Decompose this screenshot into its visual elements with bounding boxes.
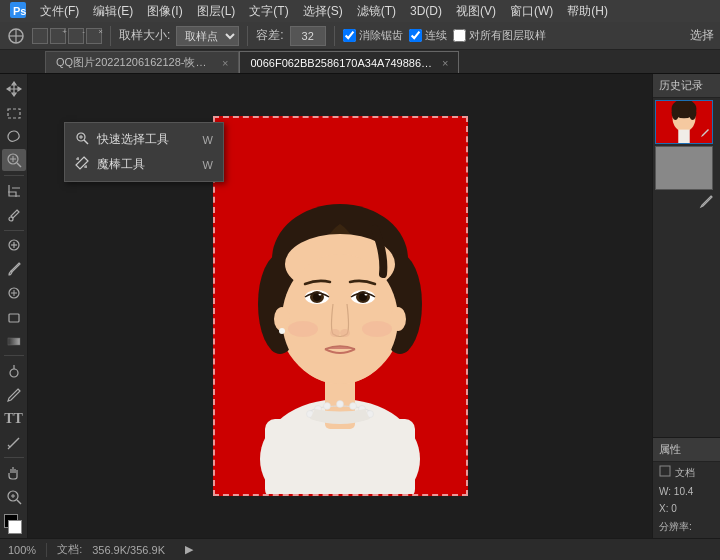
tool-rect-select[interactable] — [2, 102, 26, 124]
svg-point-51 — [340, 329, 350, 337]
menu-3d[interactable]: 3D(D) — [404, 2, 448, 20]
doc-label: 文档: — [57, 542, 82, 557]
menu-help[interactable]: 帮助(H) — [561, 1, 614, 22]
tool-lasso[interactable] — [2, 126, 26, 148]
dropdown-quick-select[interactable]: 快速选择工具 W — [65, 127, 223, 152]
tab-0-close[interactable]: × — [222, 57, 228, 69]
tool-sep-3 — [4, 355, 24, 356]
magic-wand-shortcut: W — [203, 159, 213, 171]
svg-rect-5 — [8, 109, 20, 118]
tool-gradient[interactable] — [2, 330, 26, 352]
status-bar: 100% 文档: 356.9K/356.9K ▶ — [0, 538, 720, 560]
menu-bar: Ps 文件(F) 编辑(E) 图像(I) 图层(L) 文字(T) 选择(S) 滤… — [0, 0, 720, 22]
all-layers-checkbox[interactable] — [453, 29, 466, 42]
history-panel: 历史记录 — [653, 74, 720, 438]
history-item-1[interactable] — [655, 146, 713, 190]
attr-doc: 文档 — [653, 462, 720, 483]
options-tool-icon — [6, 26, 26, 46]
tool-quick-select[interactable] — [2, 149, 26, 171]
canvas-area[interactable]: 快速选择工具 W 魔棒工具 W — [28, 74, 652, 538]
magic-wand-icon — [75, 156, 89, 173]
menu-window[interactable]: 窗口(W) — [504, 1, 559, 22]
svg-point-19 — [10, 369, 18, 377]
tool-brush[interactable] — [2, 258, 26, 280]
quick-select-icon — [75, 131, 89, 148]
svg-rect-17 — [9, 314, 19, 322]
tool-crop[interactable] — [2, 180, 26, 202]
main-area: T T — [0, 74, 720, 538]
magic-wand-label: 魔棒工具 — [97, 156, 145, 173]
menu-file[interactable]: 文件(F) — [34, 1, 85, 22]
menu-view[interactable]: 视图(V) — [450, 1, 502, 22]
tab-1-close[interactable]: × — [442, 57, 448, 69]
sample-size-label: 取样大小: — [119, 27, 170, 44]
portrait-svg — [225, 119, 455, 494]
tool-path-select[interactable] — [2, 432, 26, 454]
left-toolbar: T T — [0, 74, 28, 538]
svg-rect-70 — [660, 466, 670, 476]
svg-point-31 — [324, 403, 331, 410]
svg-point-55 — [288, 321, 318, 337]
new-sel-icon[interactable] — [32, 28, 48, 44]
svg-rect-18 — [8, 338, 20, 345]
tool-text[interactable]: T T — [2, 408, 26, 430]
tool-sep-1 — [4, 175, 24, 176]
tolerance-input[interactable] — [290, 26, 326, 46]
arrow-icon[interactable]: ▶ — [185, 543, 193, 556]
tool-move[interactable] — [2, 78, 26, 100]
attr-res: 分辨率: — [653, 517, 720, 537]
tool-zoom[interactable] — [2, 486, 26, 508]
anti-alias-checkbox[interactable] — [343, 29, 356, 42]
tolerance-label: 容差: — [256, 27, 283, 44]
history-tool-row — [655, 192, 718, 212]
attrs-panel: 属性 文档 W: 10.4 X: 0 分辨率: — [653, 438, 720, 538]
dropdown-magic-wand[interactable]: 魔棒工具 W — [65, 152, 223, 177]
svg-rect-69 — [678, 130, 689, 143]
svg-point-54 — [279, 328, 285, 334]
sample-size-select[interactable]: 取样点 — [176, 26, 239, 46]
anti-alias-checkbox-label[interactable]: 消除锯齿 — [343, 28, 403, 43]
tool-sep-4 — [4, 457, 24, 458]
options-sep-3 — [334, 26, 335, 46]
svg-point-33 — [350, 403, 357, 410]
quick-select-shortcut: W — [203, 134, 213, 146]
tool-clone[interactable] — [2, 282, 26, 304]
contiguous-checkbox[interactable] — [409, 29, 422, 42]
history-items — [653, 98, 720, 214]
tab-1-label: 0066F062BB2586170A34A74988655C31.jpg @ 1… — [250, 57, 436, 69]
doc-icon — [659, 465, 671, 480]
tool-heal[interactable] — [2, 235, 26, 257]
status-sep-1 — [46, 543, 47, 557]
tool-dodge[interactable] — [2, 360, 26, 382]
options-sep-1 — [110, 26, 111, 46]
svg-point-68 — [689, 105, 697, 120]
tool-sep-2 — [4, 230, 24, 231]
menu-layer[interactable]: 图层(L) — [191, 1, 242, 22]
menu-select[interactable]: 选择(S) — [297, 1, 349, 22]
tab-0[interactable]: QQ图片20221206162128-恢复的.jpg × — [45, 51, 239, 73]
color-swatch[interactable] — [2, 514, 26, 534]
attr-x: X: 0 — [653, 500, 720, 517]
svg-point-53 — [390, 307, 406, 331]
photo-canvas — [213, 116, 468, 496]
menu-edit[interactable]: 编辑(E) — [87, 1, 139, 22]
sub-sel-icon[interactable]: - — [68, 28, 84, 44]
tool-eyedropper[interactable] — [2, 204, 26, 226]
int-sel-icon[interactable]: × — [86, 28, 102, 44]
tab-1[interactable]: 0066F062BB2586170A34A74988655C31.jpg @ 1… — [239, 51, 459, 73]
add-sel-icon[interactable]: + — [50, 28, 66, 44]
tool-eraser[interactable] — [2, 306, 26, 328]
all-layers-checkbox-label[interactable]: 对所有图层取样 — [453, 28, 546, 43]
attr-x-label: X: 0 — [659, 503, 677, 514]
svg-rect-26 — [265, 419, 415, 494]
menu-ps[interactable]: Ps — [4, 0, 32, 23]
contiguous-checkbox-label[interactable]: 连续 — [409, 28, 447, 43]
tool-hand[interactable] — [2, 462, 26, 484]
menu-filter[interactable]: 滤镜(T) — [351, 1, 402, 22]
background-color[interactable] — [8, 520, 22, 534]
menu-image[interactable]: 图像(I) — [141, 1, 188, 22]
history-item-0-icon — [700, 127, 710, 141]
menu-text[interactable]: 文字(T) — [243, 1, 294, 22]
history-item-0[interactable] — [655, 100, 713, 144]
tool-pen[interactable] — [2, 384, 26, 406]
